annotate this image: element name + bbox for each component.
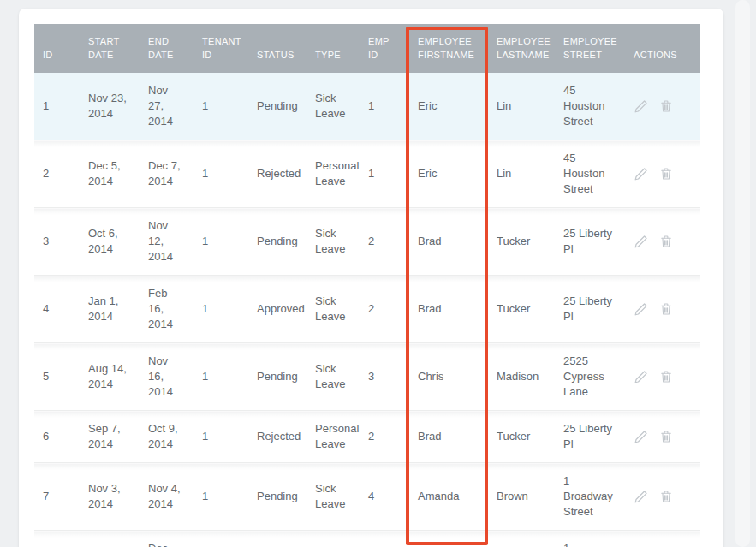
cell-employee-lastname: Madison [488, 343, 555, 411]
delete-button[interactable] [658, 166, 674, 181]
cell-status: Pending [248, 208, 307, 276]
cell-id: 1 [34, 73, 80, 140]
edit-button[interactable] [634, 234, 649, 249]
delete-button[interactable] [658, 429, 674, 444]
table-row[interactable]: 4Jan 1, 2014Feb 16, 20141ApprovedSick Le… [34, 276, 700, 343]
cell-actions [625, 208, 700, 276]
cell-end-date: Nov 12, 2014 [140, 208, 193, 276]
cell-id: 8 [34, 531, 80, 547]
pencil-icon [634, 429, 649, 444]
trash-icon [658, 369, 674, 384]
table-row[interactable]: 8Jun 10, 2014Dec 25, 20141ApprovedSick L… [34, 531, 700, 547]
cell-employee-firstname: Amanda [409, 531, 488, 547]
cell-id: 3 [34, 208, 80, 276]
cell-actions [625, 343, 700, 411]
cell-employee-street: 45 Houston Street [555, 140, 625, 208]
cell-end-date: Nov 4, 2014 [140, 463, 193, 531]
cell-start-date: Jan 1, 2014 [80, 276, 140, 343]
cell-employee-firstname: Eric [409, 140, 488, 208]
column-header-employee-street: EMPLOYEE STREET [555, 24, 625, 73]
delete-button[interactable] [658, 369, 674, 384]
cell-id: 5 [34, 343, 80, 411]
cell-start-date: Dec 5, 2014 [80, 140, 140, 208]
cell-employee-firstname: Chris [409, 343, 488, 411]
cell-emp-id: 2 [360, 411, 409, 463]
column-header-employee-lastname: EMPLOYEE LASTNAME [488, 24, 555, 73]
table-row[interactable]: 7Nov 3, 2014Nov 4, 20141PendingSick Leav… [34, 463, 700, 531]
table-header-row: IDSTART DATEEND DATETENANT IDSTATUSTYPEE… [34, 24, 700, 73]
cell-type: Sick Leave [307, 343, 360, 411]
cell-start-date: Sep 7, 2014 [80, 411, 140, 463]
cell-end-date: Feb 16, 2014 [140, 276, 193, 343]
cell-tenant-id: 1 [193, 463, 248, 531]
scrollbar-track[interactable] [735, 0, 750, 547]
trash-icon [658, 234, 674, 249]
delete-button[interactable] [658, 489, 674, 504]
cell-employee-lastname: Tucker [488, 411, 555, 463]
cell-actions [625, 276, 700, 343]
pencil-icon [634, 301, 649, 317]
cell-actions [625, 411, 700, 463]
cell-employee-lastname: Brown [488, 531, 555, 547]
cell-status: Rejected [248, 140, 307, 208]
cell-actions [625, 73, 700, 140]
column-header-end-date: END DATE [140, 24, 193, 73]
leave-requests-table: IDSTART DATEEND DATETENANT IDSTATUSTYPEE… [34, 24, 700, 547]
table-card: IDSTART DATEEND DATETENANT IDSTATUSTYPEE… [19, 9, 723, 547]
cell-id: 6 [34, 411, 80, 463]
delete-button[interactable] [658, 98, 674, 114]
cell-end-date: Nov 16, 2014 [140, 343, 193, 411]
cell-start-date: Nov 3, 2014 [80, 463, 140, 531]
table-row[interactable]: 6Sep 7, 2014Oct 9, 20141RejectedPersonal… [34, 411, 700, 463]
cell-type: Sick Leave [307, 463, 360, 531]
edit-button[interactable] [634, 369, 649, 384]
table-row[interactable]: 3Oct 6, 2014Nov 12, 20141PendingSick Lea… [34, 208, 700, 276]
trash-icon [658, 98, 674, 114]
cell-id: 2 [34, 140, 80, 208]
cell-employee-street: 25 Liberty Pl [555, 208, 625, 276]
delete-button[interactable] [658, 301, 674, 317]
cell-id: 4 [34, 276, 80, 343]
cell-employee-firstname: Eric [409, 73, 488, 140]
cell-employee-lastname: Tucker [488, 276, 555, 343]
cell-id: 7 [34, 463, 80, 531]
cell-employee-street: 25 Liberty Pl [555, 276, 625, 343]
table-row[interactable]: 1Nov 23, 2014Nov 27, 20141PendingSick Le… [34, 73, 700, 140]
cell-status: Approved [248, 531, 307, 547]
table-row[interactable]: 2Dec 5, 2014Dec 7, 20141RejectedPersonal… [34, 140, 700, 208]
cell-status: Pending [248, 463, 307, 531]
cell-start-date: Aug 14, 2014 [80, 343, 140, 411]
trash-icon [658, 301, 674, 317]
edit-button[interactable] [634, 489, 649, 504]
page-background: IDSTART DATEEND DATETENANT IDSTATUSTYPEE… [0, 0, 756, 547]
cell-tenant-id: 1 [193, 531, 248, 547]
cell-emp-id: 4 [360, 463, 409, 531]
cell-actions [625, 140, 700, 208]
cell-type: Personal Leave [307, 411, 360, 463]
cell-tenant-id: 1 [193, 208, 248, 276]
cell-employee-firstname: Amanda [409, 463, 488, 531]
cell-emp-id: 2 [360, 208, 409, 276]
edit-button[interactable] [634, 98, 649, 114]
cell-type: Sick Leave [307, 276, 360, 343]
cell-employee-lastname: Tucker [488, 208, 555, 276]
edit-button[interactable] [634, 166, 649, 181]
delete-button[interactable] [658, 234, 674, 249]
cell-actions [625, 531, 700, 547]
edit-button[interactable] [634, 301, 649, 317]
table-row[interactable]: 5Aug 14, 2014Nov 16, 20141PendingSick Le… [34, 343, 700, 411]
cell-emp-id: 2 [360, 276, 409, 343]
column-header-status: STATUS [248, 24, 307, 73]
cell-employee-street: 1 Broadway Street [555, 531, 625, 547]
cell-type: Personal Leave [307, 140, 360, 208]
pencil-icon [634, 234, 649, 249]
cell-employee-firstname: Brad [409, 208, 488, 276]
edit-button[interactable] [634, 429, 649, 444]
cell-type: Sick Leave [307, 73, 360, 140]
cell-employee-street: 25 Liberty Pl [555, 411, 625, 463]
cell-start-date: Oct 6, 2014 [80, 208, 140, 276]
cell-status: Pending [248, 343, 307, 411]
trash-icon [658, 166, 674, 181]
trash-icon [658, 429, 674, 444]
column-header-tenant-id: TENANT ID [193, 24, 248, 73]
